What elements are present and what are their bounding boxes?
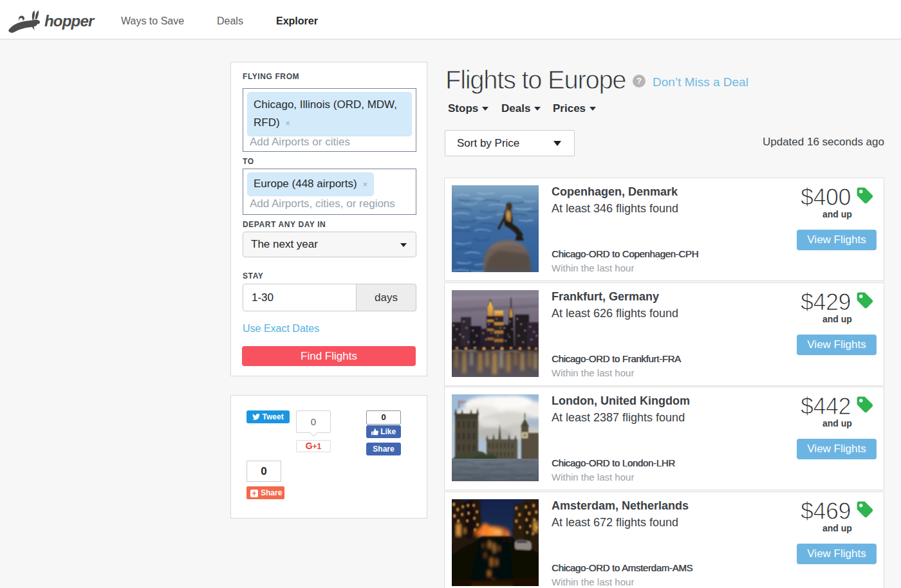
svg-text:hopper: hopper	[44, 12, 95, 30]
